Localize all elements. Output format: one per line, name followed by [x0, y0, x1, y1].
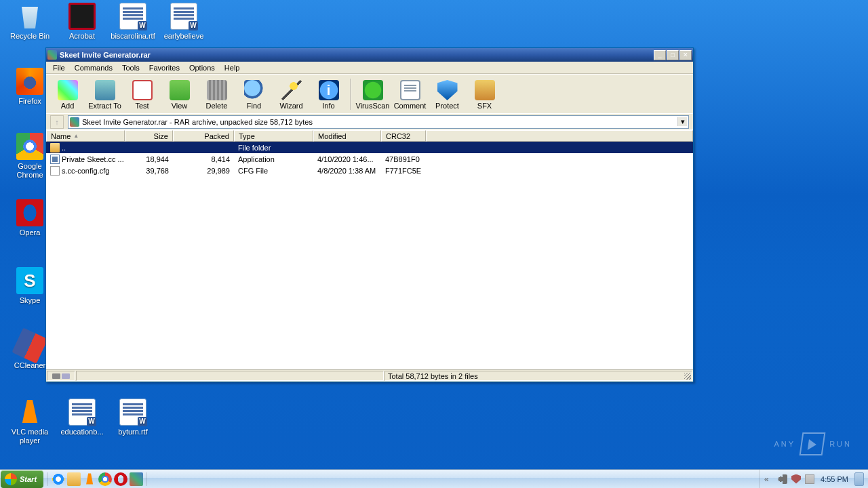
menubar: FileCommandsToolsFavoritesOptionsHelp [46, 62, 693, 74]
tool-virusscan[interactable]: VirusScan [354, 78, 391, 110]
address-dropdown[interactable]: ▾ [677, 117, 687, 126]
test-icon [132, 80, 153, 100]
find-icon [244, 80, 264, 100]
desktop-icon-byturn-rtf[interactable]: byturn.rtf [108, 399, 157, 436]
menu-options[interactable]: Options [185, 62, 219, 73]
file-modified: 4/10/2020 1:46... [313, 155, 381, 163]
minimize-button[interactable]: _ [654, 50, 666, 60]
tool-comment[interactable]: Comment [391, 78, 429, 110]
titlebar[interactable]: Skeet Invite Generator.rar _ □ ✕ [46, 48, 693, 62]
status-empty [76, 371, 384, 381]
delete-icon [207, 80, 227, 100]
tool-label: Info [322, 102, 334, 110]
col-crc[interactable]: CRC32 [381, 130, 426, 142]
tray-clock[interactable]: 4:55 PM [818, 475, 850, 483]
winrar-window: Skeet Invite Generator.rar _ □ ✕ FileCom… [45, 47, 694, 382]
extract to-icon [95, 80, 115, 100]
file-icon [170, 3, 197, 30]
show-desktop-button[interactable] [854, 472, 864, 486]
tool-view[interactable]: View [161, 78, 198, 110]
menu-help[interactable]: Help [220, 62, 244, 73]
maximize-button[interactable]: □ [667, 50, 679, 60]
tray-expand-icon[interactable] [764, 474, 774, 484]
col-packed[interactable]: Packed [173, 130, 234, 142]
table-row[interactable]: Private Skeet.cc ...18,9448,414Applicati… [46, 153, 693, 165]
winrar-icon[interactable] [130, 472, 143, 486]
file-modified: 4/8/2020 1:38 AM [313, 167, 381, 175]
file-icon [16, 3, 43, 30]
desktop-icon-acrobat[interactable]: Acrobat [58, 3, 106, 41]
vlc-icon[interactable] [83, 472, 96, 486]
address-row: ↑ Skeet Invite Generator.rar - RAR archi… [46, 113, 693, 129]
tool-test[interactable]: Test [123, 78, 161, 110]
tool-info[interactable]: Info [310, 78, 347, 110]
archive-icon [70, 117, 79, 127]
menu-commands[interactable]: Commands [71, 62, 117, 73]
file-crc: F771FC5E [381, 167, 426, 175]
menu-favorites[interactable]: Favorites [145, 62, 184, 73]
close-button[interactable]: ✕ [679, 50, 692, 60]
up-button[interactable]: ↑ [50, 115, 64, 129]
file-size: 39,768 [125, 167, 173, 175]
desktop-icon-educationb-[interactable]: educationb... [58, 399, 106, 436]
desktop-icon-biscarolina-rtf[interactable]: biscarolina.rtf [108, 3, 157, 41]
info-icon [319, 80, 339, 100]
table-row[interactable]: s.cc-config.cfg39,76829,989CFG File4/8/2… [46, 165, 693, 176]
address-bar[interactable]: Skeet Invite Generator.rar - RAR archive… [68, 115, 689, 129]
tool-extract-to[interactable]: Extract To [86, 78, 123, 110]
tool-label: Find [247, 102, 261, 110]
col-size[interactable]: Size [125, 130, 173, 142]
ie-icon[interactable] [52, 472, 65, 486]
sound-icon[interactable] [778, 474, 787, 484]
file-type: Application [234, 155, 313, 163]
view-icon [170, 80, 190, 100]
status-summary: Total 58,712 bytes in 2 files [384, 371, 692, 381]
taskbar: Start 4:55 PM [0, 469, 868, 488]
tool-protect[interactable]: Protect [429, 78, 466, 110]
col-type[interactable]: Type [234, 130, 313, 142]
tool-wizard[interactable]: Wizard [273, 78, 310, 110]
system-tray: 4:55 PM [760, 470, 868, 488]
explorer-icon[interactable] [67, 472, 81, 486]
file-icon [68, 399, 96, 426]
desktop-icon-earlybelieve[interactable]: earlybelieve [159, 3, 208, 41]
file-packed: 8,414 [173, 155, 234, 163]
tool-find[interactable]: Find [235, 78, 273, 110]
tool-delete[interactable]: Delete [198, 78, 235, 110]
file-type: File folder [234, 144, 313, 152]
opera-icon[interactable] [114, 472, 127, 486]
file-icon [16, 267, 43, 294]
file-packed: 29,989 [173, 167, 234, 175]
file-icon [16, 133, 43, 160]
status-disk-icon[interactable] [47, 371, 75, 381]
menu-file[interactable]: File [49, 62, 69, 73]
tool-label: Test [135, 102, 149, 110]
icon-label: Recycle Bin [5, 32, 54, 41]
tool-label: SFX [477, 102, 492, 110]
menu-tools[interactable]: Tools [118, 62, 144, 73]
statusbar: Total 58,712 bytes in 2 files [46, 369, 693, 382]
file-icon [119, 399, 146, 426]
file-name: .. [62, 144, 66, 152]
tool-label: Protect [435, 102, 459, 110]
col-name[interactable]: Name▲ [46, 130, 125, 142]
table-row[interactable]: ..File folder [46, 142, 693, 153]
desktop-icon-recycle-bin[interactable]: Recycle Bin [5, 3, 54, 41]
security-icon[interactable] [791, 474, 801, 484]
file-icon [119, 3, 146, 30]
tool-sfx[interactable]: SFX [466, 78, 503, 110]
tool-label: Add [61, 102, 75, 110]
file-list[interactable]: ..File folderPrivate Skeet.cc ...18,9448… [46, 142, 693, 369]
col-modified[interactable]: Modified [313, 130, 381, 142]
address-text: Skeet Invite Generator.rar - RAR archive… [82, 118, 675, 126]
action-center-icon[interactable] [805, 474, 814, 484]
chrome-icon[interactable] [98, 472, 112, 486]
folder-icon [50, 143, 60, 152]
add-icon [58, 80, 78, 100]
sfx-icon [475, 80, 495, 100]
comment-icon [400, 80, 420, 100]
tool-add[interactable]: Add [49, 78, 86, 110]
tool-label: Delete [206, 102, 228, 110]
start-button[interactable]: Start [1, 470, 43, 488]
desktop-icon-vlc-media-player[interactable]: VLC media player [5, 399, 54, 445]
